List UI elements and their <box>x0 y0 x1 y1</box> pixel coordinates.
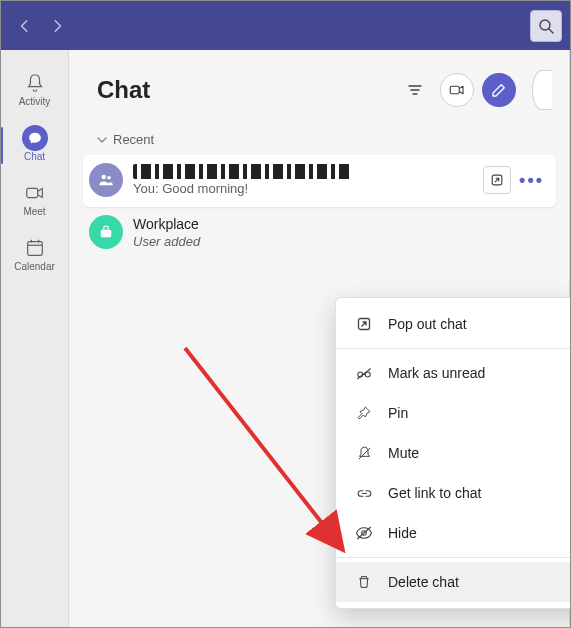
link-icon <box>354 483 374 503</box>
workplace-avatar-icon <box>89 215 123 249</box>
trash-icon <box>354 572 374 592</box>
svg-rect-10 <box>450 86 459 94</box>
popout-button[interactable] <box>483 166 511 194</box>
chat-name: Workplace <box>133 216 546 232</box>
popout-icon <box>490 173 504 187</box>
chat-name-redacted <box>133 164 353 179</box>
chat-preview: You: Good morning! <box>133 181 473 196</box>
titlebar <box>1 1 570 50</box>
nav-forward-button[interactable] <box>43 12 71 40</box>
rail-label: Chat <box>1 151 68 162</box>
hide-icon <box>354 523 374 543</box>
menu-mark-unread[interactable]: Mark as unread <box>336 353 571 393</box>
menu-label: Mute <box>388 445 419 461</box>
bell-icon <box>24 72 46 94</box>
nav-back-button[interactable] <box>11 12 39 40</box>
svg-line-22 <box>185 348 343 550</box>
chat-preview: User added <box>133 234 546 249</box>
menu-label: Get link to chat <box>388 485 481 501</box>
mute-icon <box>354 443 374 463</box>
chat-context-menu: Pop out chat Mark as unread Pin Mute <box>335 297 571 609</box>
svg-line-1 <box>549 29 553 33</box>
svg-rect-2 <box>26 188 37 197</box>
menu-pin[interactable]: Pin <box>336 393 571 433</box>
pane-header: Chat <box>69 50 570 122</box>
search-button[interactable] <box>530 10 562 42</box>
rail-label: Activity <box>1 96 68 107</box>
rail-item-activity[interactable]: Activity <box>1 64 68 117</box>
chat-list-item[interactable]: You: Good morning! ••• <box>83 155 556 207</box>
rail-item-calendar[interactable]: Calendar <box>1 229 68 282</box>
avatar[interactable] <box>532 70 552 110</box>
rail-item-chat[interactable]: Chat <box>1 119 68 172</box>
menu-popout-chat[interactable]: Pop out chat <box>336 304 571 344</box>
new-chat-button[interactable] <box>482 73 516 107</box>
svg-point-11 <box>102 175 107 180</box>
menu-label: Mark as unread <box>388 365 485 381</box>
svg-rect-14 <box>101 230 112 238</box>
menu-label: Delete chat <box>388 574 459 590</box>
rail-item-meet[interactable]: Meet <box>1 174 68 227</box>
menu-mute[interactable]: Mute <box>336 433 571 473</box>
chat-list-item[interactable]: Workplace User added <box>83 207 556 259</box>
group-avatar-icon <box>89 163 123 197</box>
chevron-down-icon <box>97 135 107 145</box>
menu-get-link[interactable]: Get link to chat <box>336 473 571 513</box>
rail-label: Calendar <box>1 261 68 272</box>
video-icon <box>24 182 46 204</box>
meet-now-button[interactable] <box>440 73 474 107</box>
svg-rect-3 <box>27 242 42 256</box>
chevron-left-icon <box>18 19 32 33</box>
chevron-right-icon <box>50 19 64 33</box>
svg-point-0 <box>540 20 550 30</box>
section-label: Recent <box>113 132 154 147</box>
calendar-icon <box>24 237 46 259</box>
menu-separator <box>336 348 571 349</box>
chat-filled-icon <box>22 125 48 151</box>
menu-label: Pop out chat <box>388 316 467 332</box>
glasses-icon <box>354 363 374 383</box>
filter-icon <box>407 82 423 98</box>
menu-separator <box>336 557 571 558</box>
filter-button[interactable] <box>398 73 432 107</box>
video-icon <box>448 81 466 99</box>
rail-label: Meet <box>1 206 68 217</box>
menu-label: Hide <box>388 525 417 541</box>
section-recent[interactable]: Recent <box>69 122 570 155</box>
search-icon <box>538 18 554 34</box>
svg-point-12 <box>107 176 111 180</box>
svg-line-18 <box>357 369 371 380</box>
chat-pane: Chat Recent You: Good m <box>69 50 570 628</box>
page-title: Chat <box>97 76 390 104</box>
popout-icon <box>354 314 374 334</box>
menu-label: Pin <box>388 405 408 421</box>
pin-icon <box>354 403 374 423</box>
app-rail: Activity Chat Meet Calendar <box>1 50 69 628</box>
menu-hide[interactable]: Hide <box>336 513 571 553</box>
compose-icon <box>490 81 508 99</box>
more-options-button[interactable]: ••• <box>517 170 546 191</box>
menu-delete-chat[interactable]: Delete chat <box>336 562 571 602</box>
